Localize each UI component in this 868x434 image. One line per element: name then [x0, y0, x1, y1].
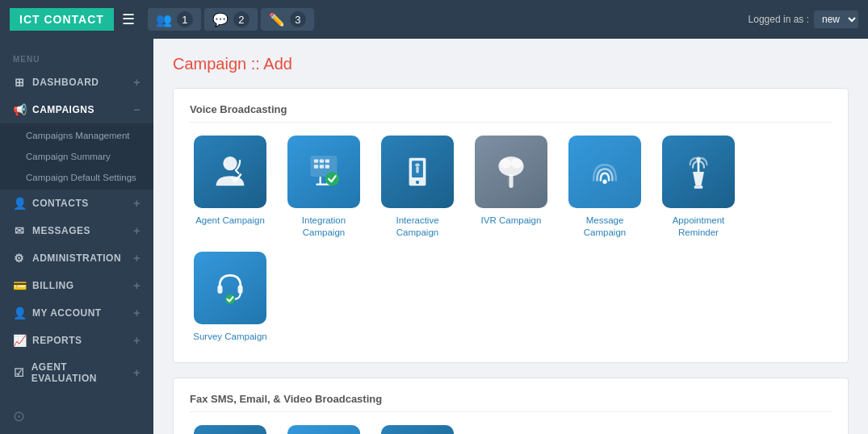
card-survey-campaign[interactable]: Survey Campaign — [190, 252, 270, 343]
voice-broadcasting-section: Voice Broadcasting Agent Campaign — [173, 88, 849, 363]
sidebar-item-agentevaluation[interactable]: ☑ AGENT EVALUATION + — [0, 354, 153, 391]
svg-marker-17 — [693, 172, 704, 186]
messages-icon: ✉ — [13, 224, 26, 237]
user-select[interactable]: new — [814, 10, 858, 28]
svg-rect-18 — [694, 186, 702, 188]
message-campaign-icon-box — [568, 136, 641, 208]
sidebar-item-contacts[interactable]: 👤 CONTACTS + — [0, 190, 153, 217]
topbar-tab-2[interactable]: 💬 2 — [204, 8, 258, 31]
contacts-icon: 👤 — [13, 197, 26, 210]
layout: MENU ⊞ DASHBOARD + 📢 CAMPAIGNS − Campaig… — [0, 39, 868, 434]
dashboard-plus-icon: + — [133, 76, 140, 89]
sidebar-label-messages: MESSAGES — [32, 225, 90, 236]
svg-rect-3 — [320, 159, 324, 162]
interactive-campaign-icon-box — [381, 136, 454, 208]
card-ivr-campaign[interactable]: IVR Campaign — [471, 136, 551, 239]
card-integration-campaign[interactable]: Integration Campaign — [283, 136, 364, 239]
agent-campaign-label: Agent Campaign — [195, 215, 265, 227]
sms-campaign-icon-box — [287, 425, 360, 434]
card-appointment-reminder[interactable]: Appointment Reminder — [658, 136, 739, 239]
reports-icon: 📈 — [13, 334, 26, 347]
sidebar-label-billing: BILLING — [32, 280, 74, 291]
svg-rect-4 — [325, 159, 329, 162]
myaccount-plus-icon: + — [133, 307, 140, 319]
svg-point-8 — [325, 172, 339, 186]
fax-campaign-grid: Fax Campaign — [190, 425, 832, 434]
tab-num-2: 2 — [233, 11, 249, 27]
topbar-tab-3[interactable]: ✏️ 3 — [261, 8, 314, 31]
card-interactive-campaign[interactable]: Interactive Campaign — [377, 136, 458, 239]
campaigns-submenu: Campaigns Management Campaign Summary Ca… — [0, 123, 153, 190]
ivr-campaign-icon-box — [475, 136, 547, 208]
svg-point-14 — [511, 159, 522, 169]
sidebar-item-reports[interactable]: 📈 REPORTS + — [0, 327, 153, 354]
sub-item-defaults[interactable]: Campaign Default Settings — [0, 167, 153, 188]
sidebar-item-dashboard[interactable]: ⊞ DASHBOARD + — [0, 69, 153, 96]
svg-point-0 — [223, 156, 237, 170]
sidebar-item-messages[interactable]: ✉ MESSAGES + — [0, 217, 153, 244]
card-email-campaign[interactable]: Email Campaign — [377, 425, 458, 434]
email-campaign-icon-box — [381, 425, 454, 434]
sub-item-summary[interactable]: Campaign Summary — [0, 146, 153, 167]
sidebar-label-contacts: CONTACTS — [32, 198, 89, 209]
tab-num-3: 3 — [290, 11, 306, 27]
integration-campaign-icon-box — [287, 136, 360, 208]
hamburger-icon[interactable]: ☰ — [122, 10, 135, 28]
sub-item-management[interactable]: Campaigns Management — [0, 125, 153, 146]
agentevaluation-plus-icon: + — [133, 366, 140, 379]
sidebar-item-campaigns[interactable]: 📢 CAMPAIGNS − — [0, 96, 153, 123]
card-agent-campaign[interactable]: Agent Campaign — [190, 136, 270, 239]
sidebar-label-dashboard: DASHBOARD — [32, 77, 99, 88]
integration-campaign-label: Integration Campaign — [283, 215, 364, 239]
messages-plus-icon: + — [133, 224, 140, 237]
fax-sms-email-section: Fax SMS, Email, & Video Broadcasting — [173, 378, 849, 434]
topbar: ICT CONTACT ☰ 👥 1 💬 2 ✏️ 3 Logged in as … — [0, 0, 868, 39]
svg-rect-5 — [314, 165, 318, 168]
appointment-reminder-label: Appointment Reminder — [658, 215, 739, 239]
svg-rect-19 — [217, 285, 222, 293]
page-title: Campaign :: Add — [173, 55, 849, 73]
campaigns-icon: 📢 — [13, 103, 26, 116]
sidebar-item-administration[interactable]: ⚙ ADMINISTRATION + — [0, 244, 153, 272]
appointment-reminder-svg — [677, 151, 719, 193]
brand: ICT CONTACT — [10, 8, 114, 31]
administration-icon: ⚙ — [13, 252, 26, 265]
sidebar-item-billing[interactable]: 💳 BILLING + — [0, 272, 153, 299]
svg-rect-6 — [320, 165, 324, 168]
tab-icon-2: 💬 — [212, 12, 229, 27]
sidebar-item-myaccount[interactable]: 👤 MY ACCOUNT + — [0, 299, 153, 327]
main-content: Campaign :: Add Voice Broadcasting Agen — [153, 39, 868, 434]
tab-icon-3: ✏️ — [269, 12, 285, 27]
myaccount-icon: 👤 — [13, 307, 26, 319]
billing-icon: 💳 — [13, 279, 26, 292]
appointment-reminder-icon-box — [662, 136, 735, 208]
svg-rect-7 — [325, 165, 329, 168]
ivr-campaign-label: IVR Campaign — [481, 215, 542, 227]
dashboard-icon: ⊞ — [13, 76, 26, 89]
svg-rect-2 — [314, 159, 318, 162]
survey-campaign-icon-box — [194, 252, 266, 324]
topbar-tab-1[interactable]: 👥 1 — [148, 8, 201, 31]
interactive-campaign-label: Interactive Campaign — [377, 215, 458, 239]
sidebar-label-campaigns: CAMPAIGNS — [32, 104, 94, 115]
card-message-campaign[interactable]: Message Campaign — [564, 136, 645, 239]
card-fax-campaign[interactable]: Fax Campaign — [190, 425, 270, 434]
reports-plus-icon: + — [133, 334, 140, 347]
fax-campaign-icon-box — [194, 425, 266, 434]
billing-plus-icon: + — [133, 279, 140, 292]
fax-section-title: Fax SMS, Email, & Video Broadcasting — [190, 393, 832, 412]
svg-point-15 — [602, 180, 606, 184]
sidebar-label-administration: ADMINISTRATION — [32, 252, 121, 264]
tab-icon-1: 👥 — [156, 12, 172, 27]
card-sms-campaign[interactable]: SMS Campaign — [283, 425, 364, 434]
topbar-tabs: 👥 1 💬 2 ✏️ 3 — [148, 8, 314, 31]
topbar-right: Logged in as : new — [748, 10, 858, 28]
integration-campaign-svg — [303, 151, 345, 193]
settings-gear-icon[interactable]: ⊙ — [13, 408, 25, 424]
admin-plus-icon: + — [133, 252, 140, 265]
tab-num-1: 1 — [177, 11, 193, 27]
agent-campaign-icon-box — [194, 136, 266, 208]
sidebar-label-myaccount: MY ACCOUNT — [32, 307, 102, 319]
ivr-campaign-svg — [490, 151, 532, 193]
message-campaign-label: Message Campaign — [564, 215, 645, 239]
